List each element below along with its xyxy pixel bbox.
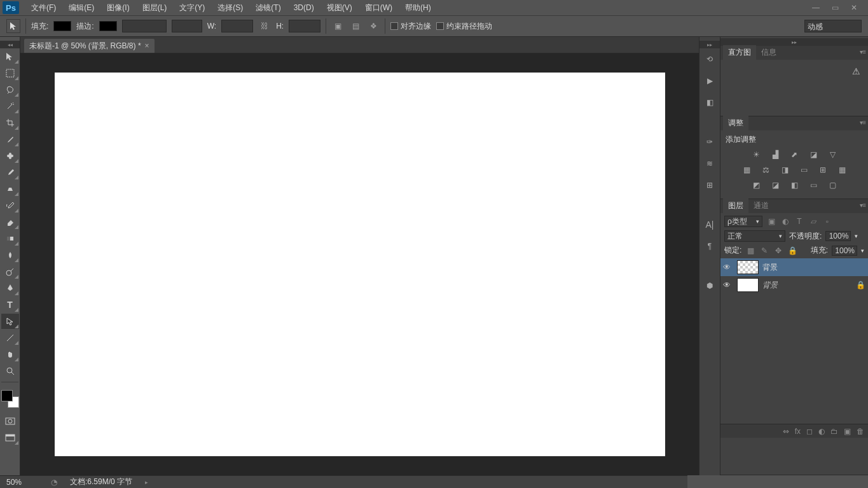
marquee-tool[interactable] [1,66,19,81]
menu-layer[interactable]: 图层(L) [137,1,173,15]
layer-row[interactable]: 👁 背景 🔒 [720,276,868,294]
zoom-value[interactable]: 50% [6,478,38,487]
document-tab[interactable]: 未标题-1 @ 50% (背景, RGB/8) * × [24,39,155,53]
gradient-map-icon[interactable]: ▭ [807,179,820,191]
link-wh-icon[interactable]: ⛓ [258,20,271,32]
blur-tool[interactable] [1,247,19,263]
tab-histogram[interactable]: 直方图 [723,45,756,60]
gradient-tool[interactable] [1,231,19,246]
healing-brush-tool[interactable] [1,148,19,164]
eraser-tool[interactable] [1,214,19,230]
invert-icon[interactable]: ◩ [750,179,762,191]
tab-info[interactable]: 信息 [756,45,782,60]
tab-channels[interactable]: 通道 [748,199,774,213]
minimize-button[interactable]: — [811,3,821,12]
tool-preset-picker[interactable] [6,19,20,33]
canvas[interactable] [55,73,665,456]
curves-icon[interactable]: ⬈ [788,149,801,160]
menu-window[interactable]: 窗口(W) [359,1,398,15]
blend-mode-dropdown[interactable]: 正常▾ [724,230,785,242]
levels-icon[interactable]: ▟ [769,149,782,160]
path-arrange-icon[interactable]: ▤ [349,20,362,32]
fill-color-swatch[interactable] [53,21,71,31]
type-tool[interactable]: T [1,297,19,312]
quickmask-toggle[interactable] [1,414,19,429]
path-options-icon[interactable]: ❖ [367,20,380,32]
3d-scene-icon[interactable]: ⬢ [701,277,718,294]
crop-tool[interactable] [1,115,19,130]
adjustments-menu-icon[interactable]: ▾≡ [860,119,865,126]
exposure-icon[interactable]: ◪ [807,149,820,160]
hue-icon[interactable]: ▦ [740,164,753,176]
line-tool[interactable] [1,330,19,345]
maximize-button[interactable]: ▭ [830,3,840,12]
selective-color-icon[interactable]: ▢ [826,179,839,191]
tab-close-icon[interactable]: × [145,41,149,50]
clone-stamp-tool[interactable] [1,181,19,197]
color-lookup-icon[interactable]: ▦ [836,164,848,176]
layer-name[interactable]: 背景 [762,262,778,273]
fill-input[interactable]: 100% [832,246,857,256]
lock-pixels-icon[interactable]: ✎ [759,246,769,256]
history-panel-icon[interactable]: ⟲ [701,51,718,67]
filter-pixel-icon[interactable]: ▣ [766,216,776,227]
menu-view[interactable]: 视图(V) [321,1,358,15]
lock-position-icon[interactable]: ✥ [773,246,783,256]
lock-transparency-icon[interactable]: ▦ [745,246,755,256]
lock-icon[interactable]: 🔒 [856,281,865,289]
lock-all-icon[interactable]: 🔒 [787,246,797,256]
brightness-icon[interactable]: ☀ [750,149,762,160]
new-layer-icon[interactable]: ▣ [844,427,851,436]
histogram-menu-icon[interactable]: ▾≡ [860,48,865,55]
stroke-style-dropdown[interactable] [172,20,202,32]
tab-layers[interactable]: 图层 [723,199,748,213]
brush-panel-icon[interactable]: ✑ [701,134,718,150]
brush-presets-icon[interactable]: ≋ [701,155,718,172]
layer-style-icon[interactable]: fx [795,427,801,436]
stroke-color-swatch[interactable] [99,21,117,31]
menu-select[interactable]: 选择(S) [212,1,249,15]
hand-tool[interactable] [1,347,19,362]
channel-mixer-icon[interactable]: ⊞ [816,164,829,176]
visibility-toggle-icon[interactable]: 👁 [723,281,733,289]
path-selection-tool[interactable] [1,314,19,329]
eyedropper-tool[interactable] [1,132,19,147]
foreground-color[interactable] [1,390,13,401]
layer-thumbnail[interactable] [737,278,759,292]
photo-filter-icon[interactable]: ▭ [797,164,810,176]
paragraph-panel-icon[interactable]: ¶ [701,238,718,254]
menu-filter[interactable]: 滤镜(T) [250,1,286,15]
history-brush-tool[interactable] [1,198,19,213]
3d-panel-icon[interactable]: ◧ [701,94,718,111]
menu-file[interactable]: 文件(F) [25,1,62,15]
doc-info-label[interactable]: 文档:6.59M/0 字节 [70,477,132,487]
menu-help[interactable]: 帮助(H) [399,1,437,15]
menu-type[interactable]: 文字(Y) [174,1,210,15]
actions-panel-icon[interactable]: ▶ [701,73,718,89]
menu-edit[interactable]: 编辑(E) [63,1,100,15]
width-input[interactable] [221,20,253,32]
clone-source-icon[interactable]: ⊞ [701,177,718,193]
delete-layer-icon[interactable]: 🗑 [857,427,864,436]
tool-collapse-grip[interactable]: ◂◂ [0,41,20,48]
layer-mask-icon[interactable]: ◻ [806,427,813,436]
posterize-icon[interactable]: ◪ [769,179,782,191]
filter-type-icon[interactable]: T [794,216,804,227]
close-button[interactable]: ✕ [849,3,859,12]
new-group-icon[interactable]: 🗀 [830,427,838,436]
histogram-warning-icon[interactable]: ⚠ [852,66,860,76]
color-picker[interactable] [1,390,19,408]
workspace-dropdown[interactable]: 动感 [804,20,862,32]
move-tool[interactable] [1,49,19,64]
filter-adjust-icon[interactable]: ◐ [780,216,790,227]
magic-wand-tool[interactable] [1,99,19,114]
dodge-tool[interactable] [1,264,19,279]
constrain-path-checkbox[interactable]: 约束路径拖动 [436,21,492,32]
link-layers-icon[interactable]: ⇔ [783,427,789,436]
pen-tool[interactable] [1,281,19,296]
tab-adjustments[interactable]: 调整 [723,116,748,130]
zoom-tool[interactable] [1,363,19,379]
bw-icon[interactable]: ◨ [778,164,791,176]
menu-image[interactable]: 图像(I) [101,1,135,15]
layer-filter-dropdown[interactable]: ρ 类型▾ [724,216,762,227]
